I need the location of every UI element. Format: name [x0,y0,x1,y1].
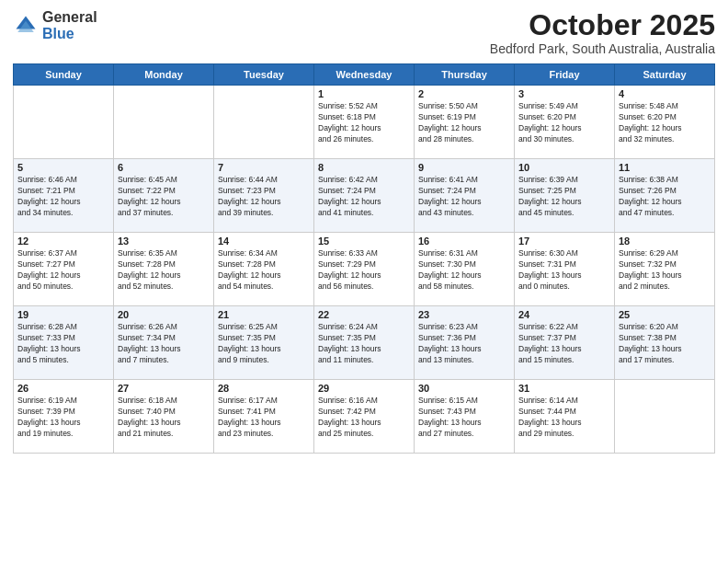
week-row-5: 26Sunrise: 6:19 AM Sunset: 7:39 PM Dayli… [14,380,715,454]
day-number: 24 [518,309,610,320]
calendar-cell: 14Sunrise: 6:34 AM Sunset: 7:28 PM Dayli… [214,233,314,306]
day-number: 4 [619,88,711,99]
calendar-cell: 2Sunrise: 5:50 AM Sunset: 6:19 PM Daylig… [415,86,515,159]
day-info: Sunrise: 6:20 AM Sunset: 7:38 PM Dayligh… [619,322,711,366]
header-row: SundayMondayTuesdayWednesdayThursdayFrid… [14,64,715,86]
calendar-cell: 4Sunrise: 5:48 AM Sunset: 6:20 PM Daylig… [615,86,715,159]
calendar-cell: 12Sunrise: 6:37 AM Sunset: 7:27 PM Dayli… [14,233,114,306]
title-block: October 2025 Bedford Park, South Austral… [490,9,715,56]
day-info: Sunrise: 6:29 AM Sunset: 7:32 PM Dayligh… [619,248,711,293]
logo-text: General Blue [42,9,97,41]
day-number: 19 [17,309,109,320]
calendar-cell: 20Sunrise: 6:26 AM Sunset: 7:34 PM Dayli… [114,306,214,380]
day-number: 31 [518,383,610,394]
calendar-cell: 8Sunrise: 6:42 AM Sunset: 7:24 PM Daylig… [314,159,415,233]
day-number: 2 [418,88,510,99]
calendar-cell [615,380,715,454]
day-info: Sunrise: 6:31 AM Sunset: 7:30 PM Dayligh… [418,248,510,293]
week-row-1: 1Sunrise: 5:52 AM Sunset: 6:18 PM Daylig… [14,86,715,159]
week-row-4: 19Sunrise: 6:28 AM Sunset: 7:33 PM Dayli… [14,306,715,380]
calendar-cell: 19Sunrise: 6:28 AM Sunset: 7:33 PM Dayli… [14,306,114,380]
day-info: Sunrise: 6:28 AM Sunset: 7:33 PM Dayligh… [17,322,109,366]
day-number: 30 [418,383,510,394]
day-number: 16 [418,236,510,247]
day-info: Sunrise: 6:39 AM Sunset: 7:25 PM Dayligh… [518,175,610,219]
calendar-cell: 13Sunrise: 6:35 AM Sunset: 7:28 PM Dayli… [114,233,214,306]
logo-general: General [42,9,97,26]
calendar-cell: 16Sunrise: 6:31 AM Sunset: 7:30 PM Dayli… [415,233,515,306]
calendar-cell: 23Sunrise: 6:23 AM Sunset: 7:36 PM Dayli… [415,306,515,380]
calendar-cell: 7Sunrise: 6:44 AM Sunset: 7:23 PM Daylig… [214,159,314,233]
day-number: 5 [17,162,109,173]
calendar-cell [114,86,214,159]
day-info: Sunrise: 6:33 AM Sunset: 7:29 PM Dayligh… [318,248,410,293]
day-info: Sunrise: 6:24 AM Sunset: 7:35 PM Dayligh… [318,322,410,366]
calendar-cell: 31Sunrise: 6:14 AM Sunset: 7:44 PM Dayli… [515,380,615,454]
day-info: Sunrise: 6:25 AM Sunset: 7:35 PM Dayligh… [218,322,310,366]
main-title: October 2025 [490,9,715,41]
day-info: Sunrise: 6:15 AM Sunset: 7:43 PM Dayligh… [418,396,510,440]
day-info: Sunrise: 6:37 AM Sunset: 7:27 PM Dayligh… [17,248,109,293]
day-info: Sunrise: 6:18 AM Sunset: 7:40 PM Dayligh… [118,396,210,440]
day-number: 9 [418,162,510,173]
day-number: 3 [518,88,610,99]
logo: General Blue [13,9,97,41]
calendar-cell: 3Sunrise: 5:49 AM Sunset: 6:20 PM Daylig… [515,86,615,159]
week-row-2: 5Sunrise: 6:46 AM Sunset: 7:21 PM Daylig… [14,159,715,233]
calendar-table: SundayMondayTuesdayWednesdayThursdayFrid… [13,63,715,454]
calendar-cell: 5Sunrise: 6:46 AM Sunset: 7:21 PM Daylig… [14,159,114,233]
day-number: 1 [318,88,410,99]
calendar-cell: 25Sunrise: 6:20 AM Sunset: 7:38 PM Dayli… [615,306,715,380]
week-row-3: 12Sunrise: 6:37 AM Sunset: 7:27 PM Dayli… [14,233,715,306]
calendar-cell: 29Sunrise: 6:16 AM Sunset: 7:42 PM Dayli… [314,380,415,454]
day-info: Sunrise: 6:38 AM Sunset: 7:26 PM Dayligh… [619,175,711,219]
day-number: 12 [17,236,109,247]
day-info: Sunrise: 6:26 AM Sunset: 7:34 PM Dayligh… [118,322,210,366]
day-info: Sunrise: 6:46 AM Sunset: 7:21 PM Dayligh… [17,175,109,219]
day-info: Sunrise: 6:44 AM Sunset: 7:23 PM Dayligh… [218,175,310,219]
day-number: 17 [518,236,610,247]
day-info: Sunrise: 6:35 AM Sunset: 7:28 PM Dayligh… [118,248,210,293]
col-header-friday: Friday [515,64,615,86]
day-info: Sunrise: 6:17 AM Sunset: 7:41 PM Dayligh… [218,396,310,440]
calendar-cell: 27Sunrise: 6:18 AM Sunset: 7:40 PM Dayli… [114,380,214,454]
calendar-cell: 22Sunrise: 6:24 AM Sunset: 7:35 PM Dayli… [314,306,415,380]
calendar-cell: 6Sunrise: 6:45 AM Sunset: 7:22 PM Daylig… [114,159,214,233]
day-info: Sunrise: 6:23 AM Sunset: 7:36 PM Dayligh… [418,322,510,366]
calendar-cell [214,86,314,159]
col-header-thursday: Thursday [415,64,515,86]
logo-blue: Blue [42,26,97,42]
day-number: 26 [17,383,109,394]
day-number: 8 [318,162,410,173]
day-number: 7 [218,162,310,173]
day-number: 21 [218,309,310,320]
calendar-cell: 28Sunrise: 6:17 AM Sunset: 7:41 PM Dayli… [214,380,314,454]
day-number: 13 [118,236,210,247]
calendar-cell [14,86,114,159]
header: General Blue October 2025 Bedford Park, … [13,9,715,56]
col-header-tuesday: Tuesday [214,64,314,86]
calendar-cell: 21Sunrise: 6:25 AM Sunset: 7:35 PM Dayli… [214,306,314,380]
calendar-cell: 30Sunrise: 6:15 AM Sunset: 7:43 PM Dayli… [415,380,515,454]
logo-icon [13,13,39,39]
calendar-cell: 18Sunrise: 6:29 AM Sunset: 7:32 PM Dayli… [615,233,715,306]
day-number: 15 [318,236,410,247]
calendar-cell: 15Sunrise: 6:33 AM Sunset: 7:29 PM Dayli… [314,233,415,306]
day-info: Sunrise: 6:19 AM Sunset: 7:39 PM Dayligh… [17,396,109,440]
day-number: 11 [619,162,711,173]
page: General Blue October 2025 Bedford Park, … [0,0,728,563]
day-info: Sunrise: 5:52 AM Sunset: 6:18 PM Dayligh… [318,101,410,145]
day-info: Sunrise: 6:16 AM Sunset: 7:42 PM Dayligh… [318,396,410,440]
day-number: 6 [118,162,210,173]
day-info: Sunrise: 6:45 AM Sunset: 7:22 PM Dayligh… [118,175,210,219]
col-header-sunday: Sunday [14,64,114,86]
calendar-cell: 9Sunrise: 6:41 AM Sunset: 7:24 PM Daylig… [415,159,515,233]
day-info: Sunrise: 5:50 AM Sunset: 6:19 PM Dayligh… [418,101,510,145]
calendar-cell: 24Sunrise: 6:22 AM Sunset: 7:37 PM Dayli… [515,306,615,380]
day-number: 23 [418,309,510,320]
day-number: 10 [518,162,610,173]
day-number: 18 [619,236,711,247]
day-number: 27 [118,383,210,394]
calendar-cell: 11Sunrise: 6:38 AM Sunset: 7:26 PM Dayli… [615,159,715,233]
day-info: Sunrise: 6:42 AM Sunset: 7:24 PM Dayligh… [318,175,410,219]
